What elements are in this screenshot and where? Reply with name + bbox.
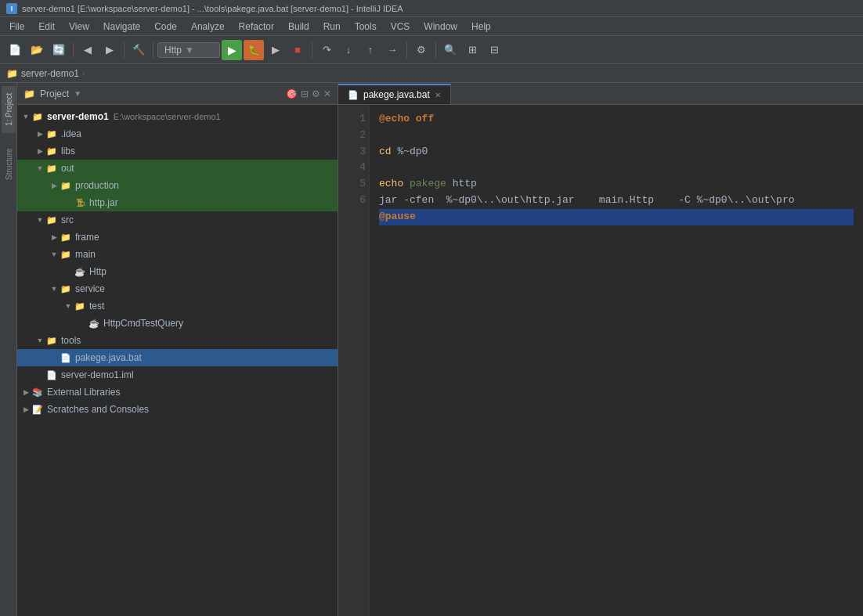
tree-root-server-demo1[interactable]: ▼ 📁 server-demo1 E:\workspace\server-dem… — [17, 108, 338, 125]
breadcrumb-project[interactable]: server-demo1 — [21, 68, 79, 79]
vcs-log-button[interactable]: ⊟ — [484, 40, 504, 60]
menu-code[interactable]: Code — [148, 20, 183, 34]
tree-item-production[interactable]: ▶ 📁 production — [17, 177, 338, 194]
code-editor[interactable]: 1 2 3 4 5 6 @echo off cd %~dp0 echo pake… — [338, 105, 863, 616]
folder-icon-test: 📁 — [74, 300, 86, 312]
menu-view[interactable]: View — [63, 20, 96, 34]
folder-icon-libs: 📁 — [45, 145, 58, 157]
line-num-2: 2 — [341, 128, 366, 144]
tree-label-pakege-bat: pakege.java.bat — [75, 352, 142, 363]
step-into-button[interactable]: ↓ — [338, 40, 359, 60]
new-file-button[interactable]: 📄 — [5, 40, 25, 60]
code-content[interactable]: @echo off cd %~dp0 echo pakege http jar … — [370, 105, 863, 616]
tree-arrow-idea: ▶ — [34, 130, 45, 138]
tree-label-src: src — [61, 214, 74, 225]
settings-icon[interactable]: ⚙ — [312, 88, 320, 99]
tree-item-main[interactable]: ▼ 📁 main — [17, 246, 338, 263]
separator-5 — [406, 42, 407, 58]
menu-help[interactable]: Help — [465, 20, 497, 34]
tree-item-iml[interactable]: 📄 server-demo1.iml — [17, 366, 338, 384]
tab-close-button[interactable]: ✕ — [435, 91, 441, 99]
settings-button[interactable]: ⚙ — [411, 40, 432, 60]
folder-icon-src: 📁 — [45, 214, 58, 226]
tree-label-production: production — [75, 180, 119, 191]
separator-2 — [124, 42, 125, 58]
menu-build[interactable]: Build — [282, 20, 316, 34]
java-icon-http: ☕ — [74, 265, 86, 278]
tree-label-http-jar: http.jar — [89, 197, 118, 208]
run-button[interactable]: ▶ — [222, 40, 242, 60]
java-icon-httpcmdtestquery: ☕ — [88, 317, 100, 330]
project-tree: ▼ 📁 server-demo1 E:\workspace\server-dem… — [17, 105, 338, 616]
separator-6 — [435, 42, 436, 58]
line-num-5: 5 — [341, 176, 366, 193]
terminal-button[interactable]: ⊞ — [462, 40, 482, 60]
tree-item-httpcmdtestquery[interactable]: ☕ HttpCmdTestQuery — [17, 315, 338, 332]
forward-button[interactable]: ▶ — [99, 40, 120, 60]
line-num-4: 4 — [341, 160, 366, 176]
tree-label-external-libs: External Libraries — [47, 387, 120, 398]
collapse-icon[interactable]: ⊟ — [301, 88, 309, 99]
run-to-cursor-button[interactable]: → — [382, 40, 403, 60]
hide-icon[interactable]: ✕ — [323, 88, 331, 99]
tree-item-external-libs[interactable]: ▶ 📚 External Libraries — [17, 384, 338, 401]
tree-item-out[interactable]: ▼ 📁 out — [17, 160, 338, 177]
project-side-tab[interactable]: 1: Project — [2, 86, 16, 133]
open-button[interactable]: 📂 — [27, 40, 47, 60]
side-panel-tabs: 1: Project Structure — [0, 83, 17, 616]
menu-vcs[interactable]: VCS — [385, 20, 417, 34]
tree-item-test[interactable]: ▼ 📁 test — [17, 297, 338, 315]
structure-side-tab[interactable]: Structure — [2, 141, 16, 188]
menu-refactor[interactable]: Refactor — [233, 20, 280, 34]
tree-label-libs: libs — [61, 146, 75, 157]
tree-item-src[interactable]: ▼ 📁 src — [17, 211, 338, 229]
menu-navigate[interactable]: Navigate — [97, 20, 146, 34]
coverage-button[interactable]: ▶ — [265, 40, 286, 60]
tree-item-service[interactable]: ▼ 📁 service — [17, 280, 338, 297]
tree-label-out: out — [61, 163, 74, 174]
tree-item-scratches[interactable]: ▶ 📝 Scratches and Consoles — [17, 401, 338, 418]
tab-pakege-bat[interactable]: 📄 pakege.java.bat ✕ — [338, 84, 451, 104]
toolbar: 📄 📂 🔄 ◀ ▶ 🔨 Http ▼ ▶ 🐛 ▶ ■ ↷ ↓ ↑ → ⚙ 🔍 ⊞… — [0, 36, 863, 64]
tree-arrow-external-libs: ▶ — [20, 388, 31, 396]
tree-item-libs[interactable]: ▶ 📁 libs — [17, 142, 338, 160]
folder-icon-frame: 📁 — [60, 231, 72, 243]
menu-window[interactable]: Window — [417, 20, 464, 34]
tree-item-http-class[interactable]: ☕ Http — [17, 263, 338, 280]
tree-label-iml: server-demo1.iml — [61, 369, 134, 380]
tree-label-frame: frame — [75, 232, 99, 243]
menu-edit[interactable]: Edit — [32, 20, 61, 34]
step-out-button[interactable]: ↑ — [360, 40, 381, 60]
line-num-1: 1 — [341, 111, 366, 128]
tree-arrow-out: ▼ — [34, 164, 45, 172]
folder-icon-tools: 📁 — [45, 334, 58, 347]
separator-1 — [73, 42, 74, 58]
structure-tab-label: Structure — [4, 149, 13, 181]
folder-icon-main: 📁 — [60, 248, 72, 261]
menu-file[interactable]: File — [3, 20, 31, 34]
run-config-dropdown[interactable]: Http ▼ — [157, 42, 220, 58]
menu-run[interactable]: Run — [317, 20, 347, 34]
debug-button[interactable]: 🐛 — [244, 40, 264, 60]
menu-analyze[interactable]: Analyze — [185, 20, 231, 34]
tree-item-http-jar[interactable]: 🗜 http.jar — [17, 194, 338, 211]
step-over-button[interactable]: ↷ — [316, 40, 337, 60]
stop-button[interactable]: ■ — [287, 40, 308, 60]
locate-icon[interactable]: 🎯 — [286, 88, 298, 99]
tree-item-idea[interactable]: ▶ 📁 .idea — [17, 125, 338, 142]
tree-item-frame[interactable]: ▶ 📁 frame — [17, 229, 338, 246]
sync-button[interactable]: 🔄 — [49, 40, 69, 60]
iml-icon: 📄 — [45, 369, 58, 381]
tree-item-pakege-bat[interactable]: 📄 pakege.java.bat — [17, 349, 338, 366]
search-button[interactable]: 🔍 — [440, 40, 460, 60]
tree-item-tools[interactable]: ▼ 📁 tools — [17, 332, 338, 349]
chevron-down-icon: ▼ — [185, 45, 194, 56]
back-button[interactable]: ◀ — [78, 40, 98, 60]
scratches-icon: 📝 — [31, 403, 44, 416]
menu-tools[interactable]: Tools — [348, 20, 383, 34]
project-tab-label: 1: Project — [4, 93, 13, 126]
tree-label-httpcmdtestquery: HttpCmdTestQuery — [103, 318, 183, 329]
build-button[interactable]: 🔨 — [128, 40, 149, 60]
tree-arrow-main: ▼ — [49, 250, 60, 258]
tree-arrow-root: ▼ — [20, 113, 31, 121]
